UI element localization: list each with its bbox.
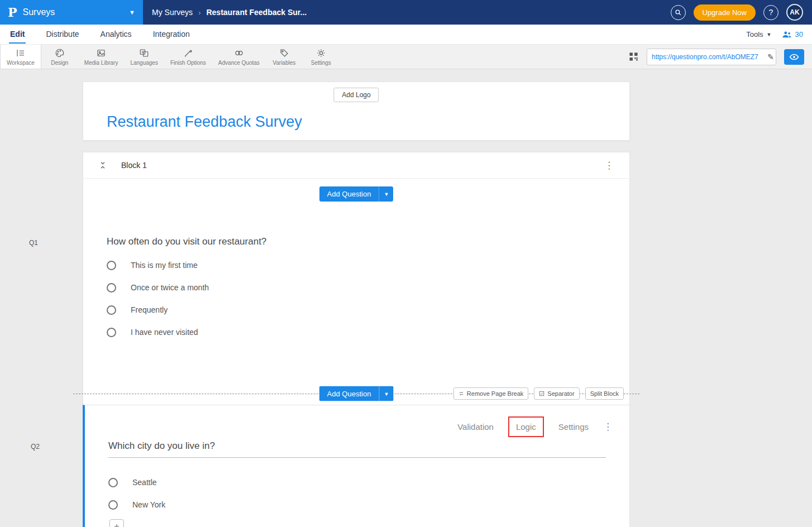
gear-icon	[316, 48, 326, 58]
q2-menu-icon[interactable]: ⋮	[603, 422, 613, 432]
toolbar-item-advance-quotas[interactable]: Advance Quotas	[212, 45, 266, 69]
search-icon	[675, 9, 682, 16]
block-title[interactable]: Block 1	[121, 161, 147, 170]
split-block-button[interactable]: Split Block	[585, 387, 624, 400]
radio-icon	[107, 283, 116, 293]
survey-editor-canvas: Add Logo Restaurant Feedback Survey Bloc…	[83, 69, 630, 527]
question-q1: How often do you visit our restaurant? T…	[83, 202, 629, 343]
preview-button[interactable]	[784, 49, 804, 65]
add-logo-button[interactable]: Add Logo	[333, 88, 379, 102]
toolbar-item-workspace[interactable]: Workspace	[0, 45, 41, 69]
q1-question-text[interactable]: How often do you visit our restaurant?	[107, 236, 606, 247]
toolbar-item-finish-options[interactable]: Finish Options	[164, 45, 212, 69]
radio-icon	[107, 328, 116, 337]
block-menu-icon[interactable]: ⋮	[604, 161, 614, 170]
palette-icon	[55, 48, 65, 58]
brand-label: Surveys	[23, 7, 55, 17]
svg-text:A: A	[142, 50, 144, 54]
q2-options: Seattle New York	[108, 471, 606, 516]
separator-label: Separator	[547, 390, 574, 397]
survey-header-card: Add Logo Restaurant Feedback Survey	[83, 82, 630, 141]
toolbar-item-media-library[interactable]: Media Library	[78, 45, 125, 69]
qr-code-button[interactable]	[628, 51, 639, 62]
chevron-down-icon: ▼	[767, 32, 772, 37]
survey-title[interactable]: Restaurant Feedback Survey	[107, 113, 302, 131]
workspace-icon	[16, 48, 26, 58]
toolbar-item-design[interactable]: Design	[41, 45, 78, 69]
page-break-row: Add Question ▼ Remove Page Break	[83, 382, 629, 405]
page-break-controls: Remove Page Break Separator Split Block	[453, 387, 624, 400]
q2-tab-logic[interactable]: Logic	[508, 416, 544, 437]
remove-page-break-button[interactable]: Remove Page Break	[453, 387, 529, 400]
collaborators[interactable]: 30	[782, 30, 803, 39]
block-card: Block 1 ⋮ Add Question ▼ How often do yo…	[83, 152, 630, 405]
help-button[interactable]: ?	[763, 5, 778, 20]
q2-tab-validation[interactable]: Validation	[457, 422, 494, 432]
breadcrumb-separator: ›	[198, 8, 200, 17]
tab-edit[interactable]: Edit	[9, 25, 26, 44]
checkbox-icon	[539, 391, 544, 396]
question-number-q1: Q1	[29, 239, 38, 247]
add-question-split-button: Add Question ▼	[319, 386, 394, 401]
nav-tabs: Edit Distribute Analytics Integration	[9, 25, 191, 44]
editor-toolbar: Workspace Design Media Library A Languag…	[0, 45, 812, 69]
nav-right: Tools ▼ 30	[746, 30, 803, 39]
chevron-down-icon: ▼	[129, 9, 135, 16]
toolbar-item-label: Languages	[130, 60, 158, 66]
chevron-down-icon: ▼	[384, 391, 389, 396]
tag-icon	[279, 48, 289, 58]
app-switcher[interactable]: P Surveys ▼	[0, 0, 143, 25]
toolbar-item-label: Workspace	[7, 60, 35, 66]
add-question-dropdown[interactable]: ▼	[379, 386, 393, 401]
chevron-down-icon: ▼	[384, 191, 389, 197]
qr-code-icon	[628, 51, 639, 62]
edit-url-button[interactable]: ✎	[767, 52, 774, 61]
option-label: This is my first time	[131, 261, 198, 270]
toolbar-item-variables[interactable]: Variables	[266, 45, 303, 69]
toolbar-item-label: Media Library	[84, 60, 118, 66]
q1-option-row[interactable]: I have never visited	[107, 321, 606, 343]
q1-option-row[interactable]: This is my first time	[107, 254, 606, 276]
toolbar-item-label: Design	[51, 60, 68, 66]
add-question-dropdown[interactable]: ▼	[379, 186, 393, 202]
toolbar-right: ✎	[628, 45, 812, 69]
collapse-icon	[99, 161, 107, 169]
block-header: Block 1 ⋮	[83, 152, 629, 179]
search-button[interactable]	[671, 5, 686, 20]
radio-icon	[108, 478, 118, 487]
q2-question-text[interactable]: Which city do you live in?	[108, 440, 215, 451]
q1-option-row[interactable]: Frequently	[107, 299, 606, 321]
toolbar-item-label: Variables	[273, 60, 295, 66]
link-icon	[234, 48, 244, 58]
breadcrumb-my-surveys[interactable]: My Surveys	[152, 8, 193, 17]
tab-analytics[interactable]: Analytics	[99, 25, 133, 44]
toolbar-item-label: Settings	[311, 60, 331, 66]
question-mark-icon: ?	[769, 8, 773, 17]
tab-integration[interactable]: Integration	[152, 25, 191, 44]
pen-icon	[183, 48, 193, 58]
eye-icon	[789, 53, 799, 61]
q2-option-row[interactable]: New York	[108, 494, 606, 516]
separator-button[interactable]: Separator	[534, 387, 579, 400]
q2-tab-settings[interactable]: Settings	[558, 422, 589, 432]
add-question-button[interactable]: Add Question	[319, 186, 379, 202]
pencil-icon: ✎	[767, 52, 774, 61]
q1-option-row[interactable]: Once or twice a month	[107, 276, 606, 299]
survey-url-input[interactable]	[647, 49, 776, 65]
avatar[interactable]: AK	[786, 4, 803, 21]
toolbar-item-settings[interactable]: Settings	[303, 45, 340, 69]
plus-icon: +	[114, 521, 119, 527]
upgrade-now-button[interactable]: Upgrade Now	[694, 4, 756, 21]
add-option-button[interactable]: +	[109, 519, 124, 527]
tools-dropdown[interactable]: Tools ▼	[746, 30, 771, 39]
question-q2-card: Validation Logic Settings ⋮ Which city d…	[83, 405, 630, 527]
toolbar-item-languages[interactable]: A Languages	[124, 45, 164, 69]
question-number-q2: Q2	[31, 443, 40, 451]
collapse-block-button[interactable]	[99, 161, 107, 169]
q2-option-row[interactable]: Seattle	[108, 471, 606, 494]
add-question-button[interactable]: Add Question	[319, 386, 379, 401]
swap-arrows-icon	[458, 391, 464, 396]
tab-distribute[interactable]: Distribute	[45, 25, 80, 44]
breadcrumb-current-survey: Restaurant Feedback Sur...	[206, 8, 307, 17]
option-label: Seattle	[132, 478, 157, 487]
